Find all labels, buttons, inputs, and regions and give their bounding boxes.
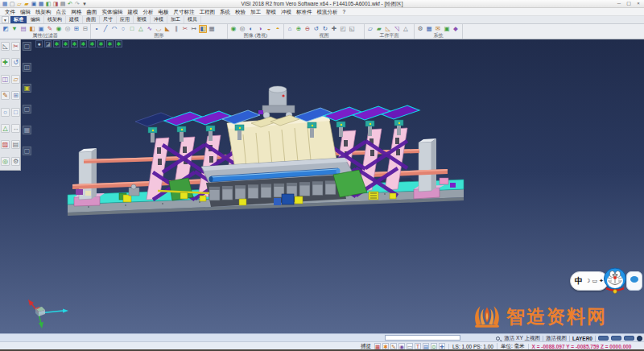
options-icon[interactable]: ⚙	[11, 157, 20, 166]
rotate-view-icon[interactable]: ↺	[312, 25, 320, 33]
dock-box-icon[interactable]: ▢	[23, 147, 31, 155]
visibility-icon[interactable]: ◉	[55, 25, 63, 33]
dock-grid-icon[interactable]: ▦	[23, 126, 31, 134]
dock-window-icon[interactable]: ▢	[23, 42, 31, 51]
color-swatch[interactable]	[598, 336, 609, 341]
color-swatch[interactable]	[624, 336, 634, 341]
menu-item[interactable]: 塑模	[263, 8, 279, 15]
body-visibility-icon[interactable]: ✱	[53, 40, 60, 47]
perspective-icon[interactable]: ◒	[265, 25, 273, 33]
layers-icon[interactable]: ▤	[11, 140, 20, 149]
group-icon[interactable]: ⊞	[72, 25, 80, 33]
pan-view-icon[interactable]: ✚	[330, 25, 338, 33]
tab-stamping[interactable]: 冲模	[151, 16, 167, 23]
circle-icon[interactable]: ○	[119, 25, 127, 33]
circle-tool-icon[interactable]: ○	[1, 108, 10, 117]
attr-copy-icon[interactable]: ▣	[37, 25, 45, 33]
sketch-icon[interactable]: ✎	[1, 91, 10, 100]
layer-filter-icon[interactable]: ▤	[19, 25, 27, 33]
body-visibility-icon[interactable]: ✱	[115, 40, 122, 47]
rectangle-icon[interactable]: □	[128, 25, 136, 33]
shaded-view-icon[interactable]: ◧	[199, 25, 207, 33]
menu-item[interactable]: 分析	[141, 8, 156, 15]
grid-icon[interactable]: ⊞	[11, 91, 20, 100]
erase-icon[interactable]: ▨	[1, 140, 10, 149]
tab-dimension[interactable]: 尺寸	[100, 16, 117, 23]
color-filter-icon[interactable]: ◧	[28, 25, 36, 33]
viewport-3d[interactable]: ◺✂✚↺◫▱✎⊞○□△↔▨▤◎⚙ ▢◫▣▢▦▢ ●◪✱✱✱✱✱✱✱✱	[0, 39, 644, 333]
filter-icon[interactable]: ▼	[10, 25, 19, 33]
rect-tool-icon[interactable]: □	[11, 108, 20, 117]
body-visibility-icon[interactable]: ✱	[71, 40, 78, 47]
arc-icon[interactable]: ◠	[110, 25, 118, 33]
extend-icon[interactable]: ↦	[190, 25, 198, 33]
body-visibility-icon[interactable]: ✱	[80, 40, 87, 47]
render-transparent-icon[interactable]: ◑	[256, 25, 264, 33]
database-icon[interactable]: ▦	[425, 25, 433, 33]
menu-item[interactable]: 加工	[248, 8, 263, 15]
transport-icon[interactable]: ▭	[407, 343, 413, 349]
trim-icon[interactable]: ✂	[181, 25, 189, 33]
layer-indicator[interactable]: LAYER0	[572, 336, 592, 341]
ime-language-indicator[interactable]: 中	[575, 275, 583, 287]
menu-item[interactable]: 尺寸标注	[171, 8, 197, 15]
trim-scissors-icon[interactable]: ✂	[11, 42, 20, 51]
menu-item[interactable]: 文件	[2, 8, 18, 15]
tab-die[interactable]: 模具	[184, 16, 201, 23]
body-visibility-icon[interactable]: ✱	[97, 40, 105, 47]
menu-item[interactable]: 曲面	[85, 8, 100, 15]
menu-item[interactable]: 网格	[69, 8, 85, 15]
cad-model-assembly[interactable]	[0, 39, 644, 333]
render-wire-icon[interactable]: ◎	[238, 25, 246, 33]
cpl-xy-icon[interactable]: ▱	[366, 25, 374, 33]
view-cube-icon[interactable]: ◪	[44, 40, 52, 47]
entity-snap-icon[interactable]: ✱	[382, 343, 389, 349]
tab-application[interactable]: 应用	[117, 16, 134, 23]
select-arrow-icon[interactable]: ◺	[1, 42, 10, 51]
dock-split-icon[interactable]: ◫	[23, 63, 31, 72]
menu-item[interactable]: 冲模	[279, 8, 294, 15]
command-input[interactable]	[385, 335, 460, 341]
ime-keyboard-icon[interactable]: ▭	[592, 278, 597, 284]
measure-icon[interactable]: ◎	[1, 157, 10, 166]
maximize-button[interactable]: ▢	[625, 0, 632, 7]
iso-view-icon[interactable]: ◱	[348, 25, 356, 33]
tab-mould[interactable]: 塑模	[134, 16, 151, 23]
profile-icon[interactable]: ◉	[398, 343, 405, 349]
addons-icon[interactable]: ◆	[452, 25, 460, 33]
body-visibility-icon[interactable]: ✱	[89, 40, 96, 47]
mail-icon[interactable]: ✉	[434, 25, 442, 33]
tab-standard[interactable]: 标准	[10, 16, 27, 23]
center-press-unit[interactable]	[201, 86, 357, 207]
polygon-icon[interactable]: △	[137, 25, 145, 33]
tab-wireframe[interactable]: 线架构	[44, 16, 66, 23]
search-icon[interactable]	[496, 337, 500, 341]
rotate-icon[interactable]: ↺	[11, 58, 20, 67]
text-icon[interactable]: T	[415, 343, 421, 349]
menu-item[interactable]: 编辑	[18, 8, 33, 15]
tab-surface[interactable]: 曲面	[83, 16, 100, 23]
close-button[interactable]: ×	[635, 0, 642, 7]
hide-icon[interactable]: ◎	[64, 25, 72, 33]
grid-snap-icon[interactable]: ▦	[374, 343, 381, 349]
spin-view-icon[interactable]: ↻	[321, 25, 329, 33]
minimize-button[interactable]: ─	[616, 0, 622, 7]
ungroup-icon[interactable]: ⊟	[81, 25, 89, 33]
settings-icon[interactable]: ⚙	[416, 25, 424, 33]
tab-modeling[interactable]: 建模	[66, 16, 83, 23]
menu-item[interactable]: 系统	[217, 8, 233, 15]
mirror-icon[interactable]: ◫	[1, 75, 10, 84]
cpl-face-icon[interactable]: ◺	[384, 25, 392, 33]
point-icon[interactable]: •	[93, 25, 101, 33]
menu-item[interactable]: 建模	[126, 8, 141, 15]
cpl-3pt-icon[interactable]: ◹	[393, 25, 401, 33]
axis-cross-icon[interactable]: ✚	[439, 343, 445, 349]
menu-item[interactable]: 工程图	[197, 8, 218, 15]
pencil-icon[interactable]: ✎	[390, 343, 397, 349]
render-hidden-icon[interactable]: ◐	[247, 25, 255, 33]
tab-edit[interactable]: 编辑	[27, 16, 44, 23]
render-shaded-icon[interactable]: ◉	[229, 25, 237, 33]
ime-moon-icon[interactable]: ☽	[585, 278, 590, 284]
move-icon[interactable]: ✚	[1, 58, 10, 67]
tab-machining[interactable]: 加工	[167, 16, 184, 23]
